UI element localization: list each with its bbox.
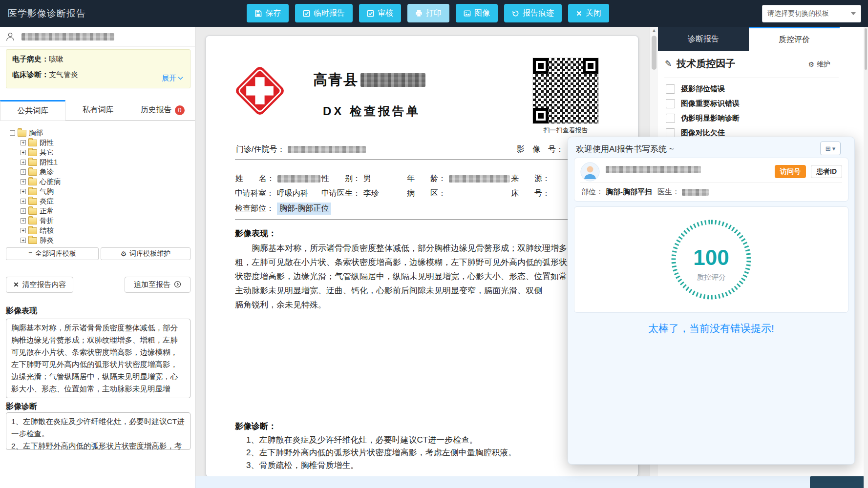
checkbox[interactable] xyxy=(666,99,675,108)
tree-node[interactable]: +结核 xyxy=(10,225,186,235)
quality-panel-tabs: 诊断报告 质控评价 xyxy=(658,27,868,51)
folder-icon xyxy=(28,188,37,195)
ai-exam-info-row: 部位： 胸部-胸部平扫 医生： xyxy=(581,187,709,197)
scrollbar-thumb[interactable] xyxy=(652,36,656,70)
tree-node[interactable]: +气胸 xyxy=(10,186,186,196)
template-select-placeholder: 请选择要切换的模板 xyxy=(767,9,829,18)
person-icon xyxy=(5,31,16,42)
ai-patient-name-redacted xyxy=(606,166,701,173)
audit-button[interactable]: 审核 xyxy=(359,4,401,22)
gender-field: 性 别： 男 xyxy=(321,174,371,184)
diagnosis-item: 2、左下肺野外高内低的弧形状片状密度增高影，考虑左侧中量胸腔积液。 xyxy=(246,447,608,458)
tab-diagnostic-report[interactable]: 诊断报告 xyxy=(658,27,749,51)
expand-icon[interactable]: + xyxy=(21,208,26,214)
expand-icon[interactable]: + xyxy=(21,140,26,145)
checkbox[interactable] xyxy=(666,128,675,138)
clinical-label: 临床诊断： xyxy=(12,70,49,79)
expand-icon[interactable]: + xyxy=(21,218,26,224)
layout-grid-button[interactable]: ⊞▾ xyxy=(820,142,841,155)
scrollbar-thumb[interactable] xyxy=(865,28,867,70)
patient-summary-row xyxy=(0,27,195,47)
quality-score-card: 100 质控评分 xyxy=(574,206,848,313)
folder-icon xyxy=(18,130,26,137)
qr-caption: 扫一扫查看报告 xyxy=(533,126,598,135)
folder-icon xyxy=(28,169,37,176)
expand-icon[interactable]: + xyxy=(21,169,26,175)
report-type-title: DX 检查报告单 xyxy=(323,103,421,119)
bed-field: 床 号： xyxy=(511,188,550,199)
tree-node-root[interactable]: − 胸部 xyxy=(10,128,186,138)
tree-node[interactable]: +阴性1 xyxy=(10,157,186,167)
diagnosis-textarea[interactable]: 1、左肺散在炎症及少许纤维化灶，必要时建议CT进一步检查。 2、左下肺野外高内低… xyxy=(6,412,191,450)
temp-report-button[interactable]: 临时报告 xyxy=(295,4,353,22)
tree-node[interactable]: +其它 xyxy=(10,147,186,157)
findings-textarea[interactable]: 胸廓基本对称，所示诸骨骨质密度整体减低，部分胸椎边缘见骨赘形成；双肺纹理增多、增… xyxy=(6,319,191,398)
pencil-icon: ✎ xyxy=(665,59,672,69)
template-select[interactable]: 请选择要切换的模板 xyxy=(762,5,861,22)
tree-node[interactable]: +肺炎 xyxy=(10,235,186,245)
tree-node[interactable]: +正常 xyxy=(10,206,186,216)
collapse-icon[interactable]: − xyxy=(10,130,15,136)
expand-icon[interactable]: + xyxy=(21,199,26,204)
diagnosis-item: 1、左肺散在炎症及少许纤维化灶，必要时建议CT进一步检查。 xyxy=(246,434,608,446)
image-no-field: 影 像 号： xyxy=(517,144,564,155)
findings-label: 影像表现 xyxy=(6,306,37,316)
expand-icon[interactable]: + xyxy=(21,179,26,184)
request-doctor-field: 申请医生： 李珍 xyxy=(321,188,379,199)
quality-section-title: 技术质控因子 xyxy=(677,57,735,70)
append-to-report-button[interactable]: 追加至报告 xyxy=(125,277,191,293)
divider xyxy=(664,78,839,78)
checkbox[interactable] xyxy=(666,84,675,94)
tab-history-reports[interactable]: 历史报告 0 xyxy=(130,100,195,121)
scroll-up-icon[interactable]: ▲ xyxy=(650,28,658,33)
patient-id-button[interactable]: 患者ID xyxy=(811,165,842,178)
left-sidebar: 电子病史：咳嗽 临床诊断：支气管炎 展开 公共词库 私有词库 历史报告 0 − … xyxy=(0,27,195,488)
print-button[interactable]: 打印 xyxy=(407,4,449,22)
expand-icon[interactable]: + xyxy=(21,238,26,243)
exam-part-value: 胸部-胸部正位 xyxy=(277,203,331,215)
tree-node[interactable]: +炎症 xyxy=(10,196,186,206)
clear-report-button[interactable]: 清空报告内容 xyxy=(6,277,73,293)
tab-public-lexicon[interactable]: 公共词库 xyxy=(0,100,65,121)
score-value: 100 xyxy=(693,245,729,269)
checkbox[interactable] xyxy=(666,114,675,123)
tab-private-lexicon[interactable]: 私有词库 xyxy=(65,100,130,121)
quality-factor-row: 图像重要标识错误 xyxy=(666,98,740,109)
diagnosis-item: 3、骨质疏松，胸椎骨质增生。 xyxy=(246,460,608,471)
expand-link[interactable]: 展开 xyxy=(162,74,183,83)
score-gauge: 100 质控评分 xyxy=(665,213,758,306)
patient-name-redacted xyxy=(277,175,320,183)
tree-node[interactable]: +心脏病 xyxy=(10,177,186,186)
folder-icon xyxy=(28,198,37,205)
maintain-button[interactable]: ⚙ 维护 xyxy=(808,60,830,69)
close-icon xyxy=(576,10,582,17)
all-templates-button[interactable]: ≡ 全部词库模板 xyxy=(6,247,99,260)
tab-quality-evaluation[interactable]: 质控评价 xyxy=(749,27,840,51)
quality-section-header: ✎ 技术质控因子 xyxy=(665,57,735,70)
tree-node[interactable]: +骨折 xyxy=(10,216,186,225)
expand-icon[interactable]: + xyxy=(21,228,26,233)
tree-node[interactable]: +阴性 xyxy=(10,138,186,147)
ai-report-dialog: 欢迎使用AI报告书写系统 ~ ⊞▾ 访问号 患者ID 部位： 胸部-胸部平扫 医… xyxy=(568,137,855,465)
temp-report-icon xyxy=(303,10,310,17)
expand-icon[interactable]: + xyxy=(21,189,26,194)
chevron-down-icon xyxy=(851,12,856,15)
report-trace-button[interactable]: 报告痕迹 xyxy=(504,4,562,22)
grid-icon: ⊞ xyxy=(826,145,831,152)
name-field: 姓 名： xyxy=(235,174,320,184)
visit-no-button[interactable]: 访问号 xyxy=(775,165,806,178)
page-scrollbar[interactable] xyxy=(864,27,868,488)
hospital-name-redacted xyxy=(360,73,425,87)
clinical-value: 支气管炎 xyxy=(49,70,78,79)
image-button[interactable]: 图像 xyxy=(456,4,498,22)
ehr-line: 电子病史：咳嗽 xyxy=(12,55,184,64)
folder-icon xyxy=(28,149,37,156)
app-title: 医学影像诊断报告 xyxy=(8,0,86,27)
ehr-value: 咳嗽 xyxy=(49,55,64,63)
template-maintain-button[interactable]: ⚙ 词库模板维护 xyxy=(101,247,191,260)
save-button[interactable]: 保存 xyxy=(247,4,289,22)
tree-node[interactable]: +急诊 xyxy=(10,167,186,177)
expand-icon[interactable]: + xyxy=(21,160,26,165)
expand-icon[interactable]: + xyxy=(21,150,26,155)
close-button[interactable]: 关闭 xyxy=(568,4,609,22)
